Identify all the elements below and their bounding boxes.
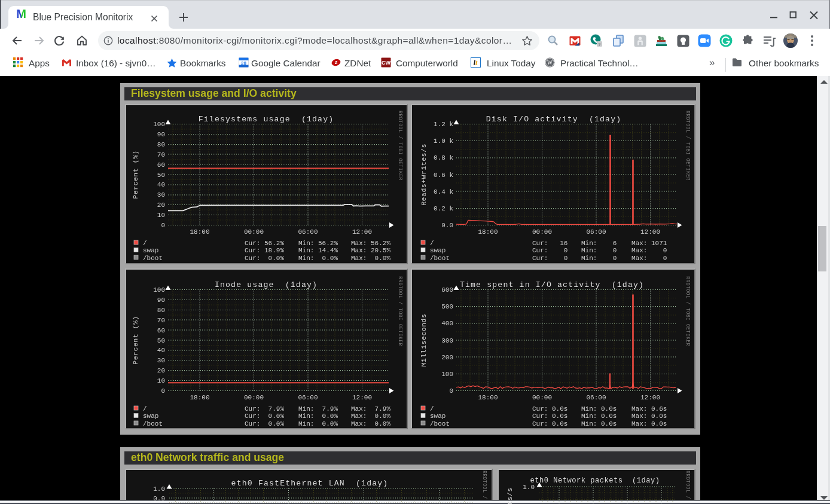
svg-text:Cur: 16: Cur: 16	[532, 240, 567, 247]
svg-text:Max: 0: Max: 0	[631, 247, 667, 254]
svg-text:06:00: 06:00	[298, 228, 318, 236]
svg-text:400: 400	[441, 320, 453, 327]
svg-text:Milliseconds: Milliseconds	[420, 314, 428, 367]
svg-text:12:00: 12:00	[352, 228, 372, 236]
svg-text:0: 0	[161, 387, 165, 395]
svg-text:18:00: 18:00	[190, 228, 209, 236]
svg-text:Cur: 0.0%: Cur: 0.0%	[245, 413, 284, 420]
svg-text:12:00: 12:00	[640, 394, 660, 401]
svg-text:60: 60	[157, 327, 165, 334]
svg-text:06:00: 06:00	[586, 228, 606, 236]
svg-text:Max: 20.5%: Max: 20.5%	[351, 247, 390, 254]
svg-text:Max: 0.0s: Max: 0.0s	[631, 420, 667, 427]
svg-text:Min: 14.4%: Min: 14.4%	[298, 247, 338, 254]
svg-text:18:00: 18:00	[478, 394, 498, 401]
svg-text:RRDTOOL /: RRDTOOL /	[685, 471, 691, 499]
svg-text:/: /	[143, 405, 147, 413]
svg-text:Packets/s: Packets/s	[506, 487, 514, 504]
svg-text:Cur: 7.9%: Cur: 7.9%	[245, 405, 284, 413]
svg-text:RRDTOOL / TOBI OETIKER: RRDTOOL / TOBI OETIKER	[685, 111, 691, 181]
svg-text:swap: swap	[143, 247, 158, 254]
svg-text:18:00: 18:00	[478, 228, 498, 236]
svg-text:40: 40	[157, 181, 165, 188]
svg-text:RRDTOOL /: RRDTOOL /	[482, 471, 487, 499]
svg-text:Percent (%): Percent (%)	[132, 316, 139, 364]
svg-text:Cur: 0.0%: Cur: 0.0%	[245, 420, 284, 427]
svg-text:50: 50	[157, 337, 165, 344]
svg-text:0: 0	[161, 222, 165, 229]
svg-text:20: 20	[157, 201, 165, 209]
svg-text:Max: 1071: Max: 1071	[631, 240, 667, 247]
svg-text:Disk I/O activity (1day): Disk I/O activity (1day)	[486, 115, 622, 124]
svg-text:Min: 6: Min: 6	[581, 240, 617, 247]
svg-text:100: 100	[153, 121, 165, 128]
svg-text:06:00: 06:00	[298, 394, 318, 401]
svg-text:Cur: 0: Cur: 0	[532, 247, 567, 254]
svg-text:60: 60	[157, 161, 165, 169]
svg-text:18:00: 18:00	[190, 394, 209, 401]
svg-text:Min: 0.0%: Min: 0.0%	[298, 255, 338, 262]
svg-text:300: 300	[441, 337, 453, 344]
svg-text:90: 90	[157, 131, 165, 138]
svg-text:Cur: 0.0s: Cur: 0.0s	[532, 405, 567, 413]
svg-text:Cur: 0.0s: Cur: 0.0s	[532, 420, 567, 427]
svg-text:RRDTOOL / TOBI OETIKER: RRDTOOL / TOBI OETIKER	[685, 276, 691, 346]
svg-text:500: 500	[441, 303, 453, 310]
svg-text:/: /	[430, 240, 434, 247]
svg-text:0.6 k: 0.6 k	[434, 172, 453, 179]
svg-text:/boot: /boot	[430, 420, 450, 427]
svg-text:Cur: 0: Cur: 0	[532, 255, 567, 262]
svg-text:Filesystems usage (1day): Filesystems usage (1day)	[199, 115, 334, 124]
svg-text:0.8 k: 0.8 k	[434, 154, 453, 161]
svg-text:600: 600	[441, 286, 453, 294]
svg-text:100: 100	[153, 286, 165, 294]
svg-text:12:00: 12:00	[640, 228, 660, 236]
svg-text:RRDTOOL / TOBI OETIKER: RRDTOOL / TOBI OETIKER	[398, 276, 403, 346]
svg-text:Inode usage (1day): Inode usage (1day)	[215, 280, 318, 289]
svg-text:06:00: 06:00	[586, 394, 606, 401]
svg-text:/boot: /boot	[143, 420, 163, 427]
svg-text:00:00: 00:00	[244, 394, 264, 401]
svg-text:80: 80	[157, 141, 165, 148]
svg-text:Min: 0.0s: Min: 0.0s	[581, 413, 617, 420]
svg-text:Max: 7.9%: Max: 7.9%	[351, 405, 390, 413]
svg-text:swap: swap	[430, 413, 445, 420]
svg-text:swap: swap	[430, 247, 445, 254]
svg-text:Min: 56.2%: Min: 56.2%	[298, 240, 338, 247]
svg-text:10: 10	[157, 377, 165, 384]
svg-text:1.0: 1.0	[153, 485, 165, 493]
svg-text:50: 50	[157, 172, 165, 179]
svg-text:/boot: /boot	[430, 255, 450, 262]
svg-text:eth0 FastEthernet LAN (1day): eth0 FastEthernet LAN (1day)	[231, 479, 389, 488]
svg-text:Max: 0.0%: Max: 0.0%	[351, 255, 390, 262]
svg-text:40: 40	[157, 347, 165, 354]
svg-text:Max: 0.0%: Max: 0.0%	[351, 413, 390, 420]
svg-text:/: /	[430, 405, 434, 413]
svg-text:Min: 0: Min: 0	[581, 247, 617, 254]
svg-text:swap: swap	[143, 413, 158, 420]
svg-text:Min: 0.0%: Min: 0.0%	[298, 420, 338, 427]
svg-text:Min: 0.0%: Min: 0.0%	[298, 413, 338, 420]
svg-text:100: 100	[441, 371, 453, 378]
svg-text:RRDTOOL / TOBI OETIKER: RRDTOOL / TOBI OETIKER	[398, 111, 403, 181]
svg-text:00:00: 00:00	[532, 228, 552, 236]
svg-text:/boot: /boot	[143, 255, 163, 262]
svg-text:Cur: 18.9%: Cur: 18.9%	[245, 247, 284, 254]
svg-text:00:00: 00:00	[244, 228, 264, 236]
svg-text:Cur: 56.2%: Cur: 56.2%	[245, 240, 284, 247]
svg-text:10: 10	[157, 212, 165, 219]
svg-text:00:00: 00:00	[532, 394, 552, 401]
svg-text:90: 90	[157, 297, 165, 304]
svg-text:1.0 k: 1.0 k	[434, 138, 453, 145]
svg-text:0.4 k: 0.4 k	[434, 188, 453, 196]
svg-text:Percent (%): Percent (%)	[132, 150, 139, 198]
svg-text:30: 30	[157, 357, 165, 364]
svg-text:Min: 0: Min: 0	[581, 255, 617, 262]
svg-text:12:00: 12:00	[352, 394, 372, 401]
svg-text:Cur: 0.0%: Cur: 0.0%	[245, 255, 284, 262]
svg-text:Max: 0.0%: Max: 0.0%	[351, 420, 390, 427]
svg-text:0.9: 0.9	[153, 495, 165, 502]
svg-text:Max: 0: Max: 0	[631, 255, 667, 262]
svg-text:1.2 k: 1.2 k	[434, 121, 453, 128]
svg-text:0.2 k: 0.2 k	[434, 205, 453, 212]
